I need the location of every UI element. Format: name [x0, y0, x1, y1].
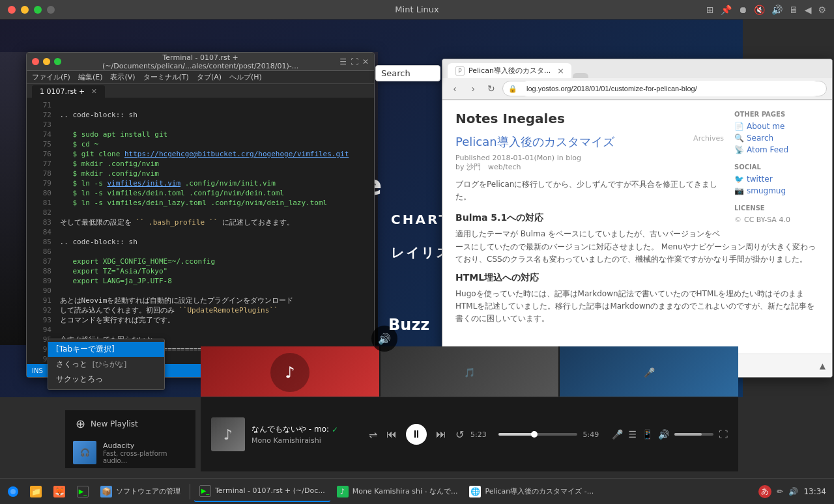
audacity-desc: Fast, cross-platform audio... — [103, 450, 188, 464]
browser-tab-active[interactable]: P Pelican導入後のカスタ... × — [448, 63, 571, 78]
browser-tab-title: Pelican導入後のカスタ... — [468, 66, 551, 76]
volume-icon[interactable]: 🔊 — [771, 5, 783, 15]
archives-link[interactable]: Archives — [693, 134, 724, 143]
edit-icon[interactable]: ✏ — [777, 487, 783, 496]
menu-terminal[interactable]: ターミナル(T) — [143, 72, 189, 82]
pin-icon[interactable]: 📌 — [721, 5, 732, 15]
term-line: 84 — [32, 227, 369, 237]
mute-icon[interactable]: 🔇 — [754, 5, 765, 15]
terminal-tab-close[interactable]: ✕ — [91, 87, 97, 96]
browser-refresh-button[interactable]: ↻ — [484, 81, 498, 96]
new-playlist-button[interactable]: ⊕ New Playlist — [65, 410, 195, 437]
browser-forward-button[interactable]: › — [466, 81, 480, 96]
devices-button[interactable]: 📱 — [642, 429, 653, 440]
sidebar-link-about[interactable]: 📄About me — [734, 122, 819, 131]
license-text: CC BY-SA 4.0 — [744, 216, 790, 224]
progress-bar[interactable] — [498, 433, 577, 436]
autocomplete-item-1[interactable]: さくっと [ひらがな] — [48, 357, 164, 372]
new-playlist-label: New Playlist — [91, 419, 138, 428]
queue-button[interactable]: ☰ — [628, 429, 637, 440]
taskbar-volume-icon[interactable]: 🔊 — [788, 487, 798, 496]
sidebar-twitter[interactable]: 🐦twitter — [734, 175, 819, 184]
license-badge: © CC BY-SA 4.0 — [734, 216, 819, 224]
search-overlay[interactable]: Search — [375, 65, 440, 81]
menu-tab[interactable]: タブ(A) — [197, 72, 222, 82]
volume-icon[interactable]: 🔊 — [658, 429, 669, 440]
sidebar-link-search[interactable]: 🔍Search — [734, 133, 819, 143]
prev-button[interactable]: ⏮ — [386, 428, 397, 440]
menu-edit[interactable]: 編集(E) — [78, 72, 103, 82]
terminal-icon: ▶_ — [77, 486, 89, 497]
record-icon[interactable]: ⏺ — [738, 5, 747, 15]
taskbar-files-button[interactable]: 📁 — [25, 481, 47, 502]
play-pause-button[interactable]: ⏸ — [406, 424, 427, 445]
browser-body: OTHER PAGES 📄About me 🔍Search 📡Atom Feed… — [442, 100, 832, 354]
url-input[interactable] — [520, 81, 821, 96]
sidebar-link-atom[interactable]: 📡Atom Feed — [734, 145, 819, 154]
browser-tab-new[interactable] — [573, 73, 588, 78]
autocomplete-popup: [Tabキーで選択] さくっと [ひらがな] サクッとろっ — [48, 339, 165, 390]
extra-button[interactable] — [47, 6, 55, 14]
terminal-expand-icon[interactable]: ⛶ — [351, 57, 358, 66]
sidebar-other-pages: OTHER PAGES 📄About me 🔍Search 📡Atom Feed — [734, 111, 819, 154]
term-line: 89 export LANG=ja_JP.UTF-8 — [32, 276, 369, 286]
start-button[interactable] — [3, 481, 23, 502]
audacity-name: Audacity — [103, 441, 188, 450]
progress-handle[interactable] — [531, 431, 538, 438]
shuffle-button[interactable]: ⇌ — [369, 428, 377, 441]
term-line: 78 $ mkdir .config/nvim — [32, 169, 369, 178]
sidebar-license: LICENSE © CC BY-SA 4.0 — [734, 204, 819, 224]
arrow-icon[interactable]: ◀ — [805, 5, 812, 15]
download-chevron-icon[interactable]: ▲ — [820, 361, 826, 371]
terminal-minimize[interactable] — [43, 58, 50, 65]
ime-button[interactable]: あ — [758, 485, 771, 498]
taskbar-browser-button[interactable]: 🦊 — [48, 481, 70, 502]
browser-back-button[interactable]: ‹ — [448, 81, 462, 96]
taskbar-browser-item[interactable]: 🌐 Pelican導入後のカスタマイズ -... — [464, 481, 599, 502]
monitor-icon[interactable]: 🖥 — [789, 5, 798, 15]
lyrics-button[interactable]: 🎤 — [612, 429, 623, 440]
browser-tab-close[interactable]: × — [557, 66, 564, 76]
settings-icon[interactable]: ⚙ — [818, 5, 826, 15]
terminal-tab-active[interactable]: 1 0107.rst + ✕ — [32, 85, 105, 98]
taskbar-terminal-icon: ▶_ — [199, 485, 211, 497]
terminal-close-icon[interactable]: ✕ — [362, 57, 369, 66]
terminal-menu-icon[interactable]: ☰ — [339, 57, 347, 66]
url-bar-container[interactable]: 🔒 — [502, 81, 827, 96]
taskbar-terminal-item[interactable]: ▶_ Terminal - 0107.rst + (~/Doc... — [194, 481, 330, 502]
taskbar-music-item[interactable]: ♪ Mone Kamishira shi - なんで... — [332, 481, 463, 502]
terminal-close[interactable] — [32, 58, 39, 65]
close-button[interactable] — [8, 6, 16, 14]
terminal-maximize[interactable] — [54, 58, 61, 65]
maximize-button[interactable] — [34, 6, 42, 14]
menu-file[interactable]: ファイル(F) — [32, 72, 70, 82]
audacity-art: 🎧 — [73, 441, 96, 464]
minimize-button[interactable] — [21, 6, 29, 14]
taskbar-divider — [190, 484, 190, 499]
autocomplete-item-tab[interactable]: [Tabキーで選択] — [48, 342, 164, 357]
terminal-window: Terminal - 0107.rst +(~/Documents/pelica… — [26, 52, 375, 378]
sidebar-smugmug[interactable]: 📷smugmug — [734, 186, 819, 195]
term-line: 79 $ ln -s vimfiles/init.vim .config/nvi… — [32, 178, 369, 188]
terminal-body[interactable]: 71 72 .. code-block:: sh 73 74 $ sudo ap… — [27, 98, 374, 364]
autocomplete-item-2[interactable]: サクッとろっ — [48, 372, 164, 387]
fullscreen-button[interactable]: ⛶ — [719, 429, 728, 440]
cc-icon: © — [734, 216, 741, 224]
taskbar-terminal-taskitem[interactable]: ▶_ — [72, 481, 94, 502]
blog-text-bulma: 適用したテーマが Bulma をベースにしていましたが、古いバージョンをベースに… — [455, 228, 819, 266]
thumb-img-2: 🎵 — [381, 346, 559, 399]
taskbar-pkg-label: ソフトウェアの管理 — [116, 486, 180, 496]
volume-bar[interactable] — [674, 433, 713, 436]
player-right-controls: 🎤 ☰ 📱 🔊 ⛶ — [612, 429, 728, 440]
audacity-item[interactable]: 🎧 Audacity Fast, cross-platform audio... — [65, 437, 195, 468]
taskbar-pkg-button[interactable]: 📦 ソフトウェアの管理 — [95, 481, 186, 502]
repeat-button[interactable]: ↺ — [455, 428, 464, 441]
blog-text-html: Hugoを使っていた時には、記事はMarkdown記法で書いていたのでHTMLを… — [455, 288, 819, 326]
main-area: ♪ wse CHARTS レイリスト Terminal - 0107.rst +… — [0, 20, 834, 497]
window-controls — [8, 6, 55, 14]
taskbar-music-label: Mone Kamishira shi - なんで... — [352, 486, 458, 496]
menu-view[interactable]: 表示(V) — [110, 72, 135, 82]
next-button[interactable]: ⏭ — [436, 428, 446, 440]
grid-icon[interactable]: ⊞ — [706, 5, 714, 15]
menu-help[interactable]: ヘルプ(H) — [229, 72, 262, 82]
